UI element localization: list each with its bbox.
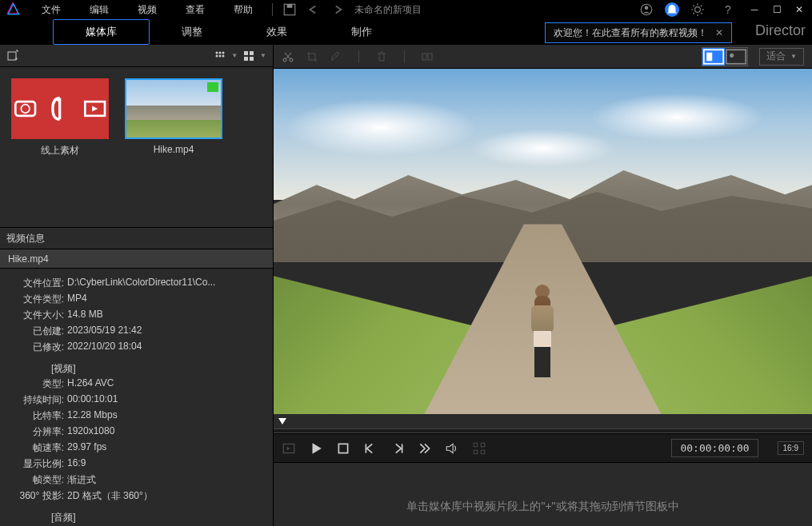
svg-point-10 [216,54,218,57]
minimize-button[interactable]: ─ [746,2,762,18]
stop-icon[interactable] [336,441,350,456]
info-row: 帧类型:渐进式 [11,473,262,487]
info-row: 360° 投影:2D 格式（非 360°） [11,489,262,503]
info-row: 已创建:2023/05/19 21:42 [11,325,262,338]
info-label: 类型: [11,377,64,391]
info-label: 360° 投影: [11,489,64,503]
online-thumb [11,78,109,139]
timeline-area[interactable]: 单击媒体库中视频片段上的"+"或将其拖动到情节图板中 CSDN @Mr_ICer [274,462,812,526]
video-section: [视频] [51,362,262,376]
info-value: H.264 AVC [67,377,114,391]
tab-effects[interactable]: 效果 [234,20,319,44]
info-label: 持续时间: [11,393,64,407]
large-view-icon[interactable] [242,50,255,62]
save-icon[interactable] [282,2,297,17]
brush-icon[interactable] [330,50,342,63]
tooltip-close-icon[interactable]: ✕ [715,27,723,38]
volume-icon[interactable] [445,441,459,456]
online-media-item[interactable]: 线上素材 [11,78,109,216]
undo-icon[interactable] [306,2,321,17]
info-body[interactable]: 文件位置:D:\CyberLink\ColorDirector11\Co...文… [0,269,273,526]
svg-rect-1 [287,4,293,8]
info-filename: Hike.mp4 [0,249,273,269]
menu-video[interactable]: 视频 [123,0,171,20]
menu-view[interactable]: 查看 [171,0,219,20]
help-icon[interactable]: ? [721,2,735,17]
info-value: 16:9 [67,457,86,471]
crop-icon[interactable] [306,50,318,63]
view-mode-group [702,47,748,66]
view-mode-a[interactable] [702,48,725,66]
view-mode-b[interactable] [725,48,747,66]
info-value: 14.8 MB [67,309,103,322]
svg-rect-25 [706,52,712,61]
svg-rect-23 [428,54,432,60]
goto-start-icon[interactable] [282,441,296,456]
info-label: 比特率: [11,409,64,423]
info-label: 帧类型: [11,473,64,487]
prev-frame-icon[interactable] [363,441,378,456]
video-tag-icon [207,82,218,92]
tab-media[interactable]: 媒体库 [53,19,150,45]
main-tabs: 媒体库 调整 效果 制作 欢迎您！在此查看所有的教程视频！ ✕ Director [0,19,812,45]
info-label: 文件位置: [11,277,64,290]
redo-icon[interactable] [330,2,345,17]
zoom-label: 适合 [766,50,786,63]
project-name: 未命名的新项目 [354,3,422,17]
notification-icon[interactable] [665,2,679,17]
playhead-marker[interactable] [278,418,286,424]
audio-section: [音频] [51,511,262,524]
info-value: D:\CyberLink\ColorDirector11\Co... [67,277,215,290]
info-row: 文件位置:D:\CyberLink\ColorDirector11\Co... [11,277,262,290]
preview-image[interactable] [274,69,812,414]
import-icon[interactable]: + [6,50,19,62]
timecode[interactable]: 00:00:00:00 [671,439,758,457]
next-frame-icon[interactable] [390,441,405,456]
chevron-down-icon: ▼ [790,53,797,60]
info-value: 2022/10/20 18:04 [67,341,142,354]
welcome-text: 欢迎您！在此查看所有的教程视频！ [554,26,707,40]
info-row: 已修改:2022/10/20 18:04 [11,341,262,354]
tab-adjust[interactable]: 调整 [150,20,234,44]
svg-point-3 [645,6,649,10]
menu-file[interactable]: 文件 [27,0,75,20]
svg-rect-13 [244,51,248,55]
media-grid: 线上素材 Hike.mp4 [0,67,273,227]
svg-rect-32 [474,443,478,447]
compare-icon[interactable] [421,50,434,63]
tab-produce[interactable]: 制作 [319,20,404,44]
info-value: 12.28 Mbps [67,409,118,423]
media-clip-item[interactable]: Hike.mp4 [125,78,222,216]
info-label: 文件大小: [11,309,64,322]
info-row: 文件大小:14.8 MB [11,309,262,322]
maximize-button[interactable]: ☐ [769,2,785,18]
info-value: 2D 格式（非 360°） [67,489,153,503]
fast-forward-icon[interactable] [418,441,432,456]
preview-toolbar: 适合 ▼ [274,45,812,69]
menu-edit[interactable]: 编辑 [75,0,123,20]
menu-help[interactable]: 帮助 [219,0,267,20]
trash-icon[interactable] [375,50,388,63]
svg-point-4 [695,7,701,13]
info-row: 持续时间:00:00:10:01 [11,393,262,407]
info-row: 类型:H.264 AVC [11,377,262,391]
svg-point-18 [21,105,30,114]
info-label: 显示比例: [11,457,64,471]
svg-rect-35 [481,450,485,454]
grid-view-icon[interactable] [214,50,226,62]
zoom-select[interactable]: 适合 ▼ [759,48,804,66]
playhead-row[interactable] [274,414,812,428]
clip-label: Hike.mp4 [154,144,194,155]
welcome-tooltip[interactable]: 欢迎您！在此查看所有的教程视频！ ✕ [545,22,732,43]
account-icon[interactable] [639,2,654,17]
play-icon[interactable] [309,441,323,456]
info-value: 2023/05/19 21:42 [67,325,142,338]
close-button[interactable]: ✕ [791,2,807,18]
svg-rect-14 [250,51,254,55]
info-label: 分辨率: [11,425,64,439]
info-row: 显示比例:16:9 [11,457,262,471]
aspect-ratio[interactable]: 16:9 [778,441,804,455]
cut-icon[interactable] [282,50,294,63]
grid-icon[interactable] [472,441,486,456]
settings-icon[interactable] [690,2,705,17]
